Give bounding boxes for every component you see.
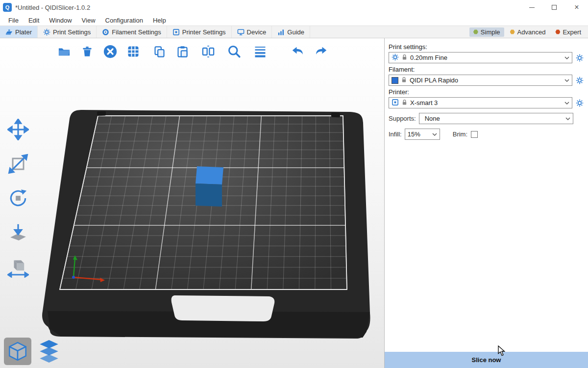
app-logo-letter: Q bbox=[5, 4, 10, 10]
viewport-toolbar bbox=[55, 42, 330, 61]
printer-label: Printer: bbox=[389, 88, 584, 96]
filament-combo[interactable]: QIDI PLA Rapido bbox=[389, 75, 572, 86]
infill-combo[interactable]: 15% bbox=[405, 129, 440, 140]
mode-simple-label: Simple bbox=[481, 28, 500, 36]
close-icon: × bbox=[574, 3, 579, 12]
split-button[interactable] bbox=[199, 42, 218, 61]
infill-label: Infill: bbox=[389, 131, 402, 138]
tab-print-settings-label: Print Settings bbox=[53, 28, 91, 36]
tab-guide-label: Guide bbox=[287, 28, 304, 36]
lock-icon bbox=[401, 54, 408, 62]
menu-edit[interactable]: Edit bbox=[24, 16, 44, 25]
chevron-down-icon bbox=[432, 131, 437, 138]
undo-button[interactable] bbox=[289, 42, 307, 61]
tab-guide[interactable]: Guide bbox=[272, 26, 310, 38]
paste-button[interactable] bbox=[173, 42, 192, 61]
place-on-face-button[interactable] bbox=[4, 219, 32, 246]
tab-device-label: Device bbox=[247, 28, 267, 36]
3d-scene bbox=[0, 38, 385, 368]
view-mode-buttons bbox=[4, 338, 63, 365]
filament-label: Filament: bbox=[389, 66, 584, 73]
mode-advanced[interactable]: Advanced bbox=[506, 27, 550, 37]
window-title: *Untitled - QIDISlicer-1.0.2 bbox=[15, 4, 520, 11]
tab-device[interactable]: Device bbox=[232, 26, 272, 38]
printer-handle bbox=[172, 295, 275, 321]
print-settings-value: 0.20mm Fine bbox=[410, 54, 562, 61]
print-settings-gear-button[interactable] bbox=[575, 53, 584, 62]
maximize-icon bbox=[552, 5, 557, 10]
layers-view-icon bbox=[37, 339, 61, 364]
bed-clip-right bbox=[331, 113, 340, 118]
chevron-down-icon bbox=[565, 115, 570, 122]
mode-simple[interactable]: Simple bbox=[469, 27, 504, 37]
filament-value: QIDI PLA Rapido bbox=[410, 77, 562, 84]
preview-view-button[interactable] bbox=[35, 338, 63, 365]
tabbar: Plater Print Settings Filament Settings … bbox=[0, 26, 588, 38]
menu-view[interactable]: View bbox=[77, 16, 100, 25]
filament-icon bbox=[102, 28, 109, 36]
mode-switcher: Simple Advanced Expert bbox=[469, 26, 588, 38]
filament-gear-button[interactable] bbox=[575, 76, 584, 85]
titlebar: Q *Untitled - QIDISlicer-1.0.2 × bbox=[0, 0, 588, 15]
redo-button[interactable] bbox=[312, 42, 330, 61]
delete-all-button[interactable] bbox=[101, 42, 120, 61]
mode-expert[interactable]: Expert bbox=[551, 27, 585, 37]
tab-filament-settings[interactable]: Filament Settings bbox=[97, 26, 167, 38]
delete-button[interactable] bbox=[78, 42, 97, 61]
app-logo-icon: Q bbox=[3, 3, 12, 12]
model-cube[interactable] bbox=[196, 166, 223, 207]
move-button[interactable] bbox=[4, 116, 32, 143]
open-button[interactable] bbox=[55, 42, 74, 61]
measure-button[interactable] bbox=[4, 253, 32, 281]
mode-advanced-label: Advanced bbox=[517, 28, 546, 36]
settings-sidebar: Print settings: 0.20mm Fine Filament: QI… bbox=[385, 38, 588, 368]
maximize-button[interactable] bbox=[543, 0, 565, 15]
rotate-button[interactable] bbox=[4, 184, 32, 212]
3d-viewport[interactable] bbox=[0, 38, 385, 368]
expert-mode-dot-icon bbox=[555, 29, 560, 34]
guide-icon bbox=[277, 28, 285, 36]
supports-value: None bbox=[422, 115, 563, 122]
advanced-mode-dot-icon bbox=[510, 29, 515, 34]
chevron-down-icon bbox=[564, 54, 569, 61]
close-button[interactable]: × bbox=[565, 0, 588, 15]
printer-icon bbox=[172, 28, 180, 36]
supports-label: Supports: bbox=[389, 115, 416, 122]
menu-window[interactable]: Window bbox=[45, 16, 76, 25]
gear-icon bbox=[392, 53, 399, 62]
slice-now-button[interactable]: Slice now bbox=[385, 352, 588, 368]
menu-file[interactable]: File bbox=[4, 16, 23, 25]
menubar: File Edit Window View Configuration Help bbox=[0, 15, 588, 26]
chevron-down-icon bbox=[564, 77, 569, 84]
brim-checkbox[interactable] bbox=[471, 131, 478, 138]
menu-configuration[interactable]: Configuration bbox=[101, 16, 147, 25]
tab-print-settings[interactable]: Print Settings bbox=[38, 26, 97, 38]
filament-color-swatch bbox=[392, 77, 398, 84]
printer-combo[interactable]: X-smart 3 bbox=[389, 97, 572, 108]
copy-button[interactable] bbox=[150, 42, 169, 61]
plater-icon bbox=[5, 28, 13, 36]
supports-combo[interactable]: None bbox=[419, 113, 573, 124]
lock-icon bbox=[401, 77, 407, 84]
tab-printer-settings[interactable]: Printer Settings bbox=[167, 26, 232, 38]
minimize-button[interactable] bbox=[520, 0, 543, 15]
printer-icon bbox=[392, 99, 399, 107]
bed-clip-left bbox=[97, 111, 106, 116]
print-settings-label: Print settings: bbox=[389, 43, 584, 51]
tab-filament-settings-label: Filament Settings bbox=[112, 28, 161, 36]
3d-editor-view-button[interactable] bbox=[4, 338, 31, 365]
tab-printer-settings-label: Printer Settings bbox=[182, 28, 226, 36]
minimize-icon bbox=[529, 7, 535, 8]
printer-gear-button[interactable] bbox=[575, 99, 584, 107]
chevron-down-icon bbox=[564, 99, 569, 106]
arrange-button[interactable] bbox=[124, 42, 143, 61]
scale-button[interactable] bbox=[4, 150, 32, 178]
layer-height-button[interactable] bbox=[251, 42, 270, 61]
menu-help[interactable]: Help bbox=[148, 16, 171, 25]
print-settings-combo[interactable]: 0.20mm Fine bbox=[389, 52, 572, 63]
device-icon bbox=[237, 28, 245, 36]
search-button[interactable] bbox=[225, 42, 244, 61]
tab-plater[interactable]: Plater bbox=[0, 26, 38, 38]
window-controls: × bbox=[520, 0, 588, 15]
mode-expert-label: Expert bbox=[563, 28, 581, 36]
